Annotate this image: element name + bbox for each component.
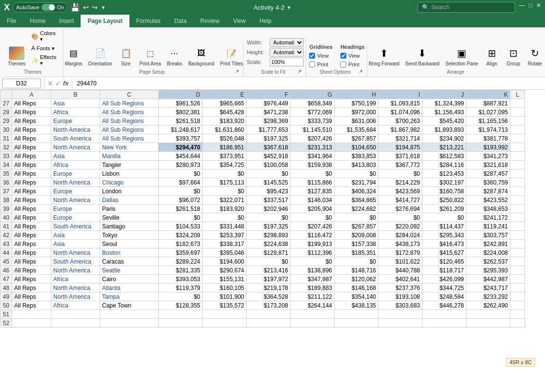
cell-29-E[interactable]: $183,920 <box>203 117 247 125</box>
cell-30-J[interactable]: $1,893,893 <box>422 125 466 134</box>
cell-36-F[interactable]: $145,525 <box>247 178 291 187</box>
gridlines-view-checkbox[interactable] <box>309 53 315 59</box>
cell-46-K[interactable]: $295,393 <box>466 266 510 275</box>
margins-button[interactable]: ▤ Margins <box>63 44 84 67</box>
cell-41-L[interactable] <box>510 222 525 231</box>
col-header-K[interactable]: K <box>466 90 510 99</box>
cell-43-H[interactable]: $157,338 <box>335 240 378 248</box>
cell-42-H[interactable]: $209,008 <box>335 231 378 240</box>
row-header-35[interactable]: 35 <box>0 169 12 178</box>
cell-44-L[interactable] <box>510 248 525 257</box>
cell-28-H[interactable]: $972,000 <box>335 108 378 117</box>
cell-31-D[interactable]: $393,757 <box>159 134 203 143</box>
cell-36-K[interactable]: $360,759 <box>466 178 510 187</box>
cell-36-I[interactable]: $214,229 <box>378 178 422 187</box>
table-row[interactable]: 34All RepsAfricaTangier$280,973$354,725$… <box>0 161 525 169</box>
cell-43-A[interactable]: All Reps <box>12 240 51 248</box>
cell-32-A[interactable]: All Reps <box>12 143 51 152</box>
cell-36-G[interactable]: $115,866 <box>291 178 335 187</box>
spreadsheet-container[interactable]: A B C D E F G H I J K L 27All RepsAsiaAl… <box>0 90 545 392</box>
cell-50-B[interactable]: Africa <box>51 301 100 310</box>
cell-46-J[interactable]: $118,717 <box>422 266 466 275</box>
quick-access-dropdown[interactable]: ▼ <box>101 5 105 10</box>
search-box[interactable]: 🔍 Search <box>418 2 515 13</box>
cell-33-D[interactable]: $454,644 <box>159 152 203 161</box>
cell-47-D[interactable]: $393,053 <box>159 275 203 284</box>
cell-41-H[interactable]: $267,857 <box>335 222 378 231</box>
cell-47-F[interactable]: $197,972 <box>247 275 291 284</box>
cell-51-L[interactable] <box>510 310 525 319</box>
cell-40-A[interactable]: All Reps <box>12 213 51 222</box>
cell-28-E[interactable]: $645,428 <box>203 108 247 117</box>
cell-35-K[interactable]: $287,457 <box>466 169 510 178</box>
orientation-button[interactable]: 📄 Orien­tation <box>86 44 114 67</box>
cell-46-B[interactable]: North America <box>51 266 100 275</box>
cell-49-D[interactable]: $0 <box>159 292 203 301</box>
table-row[interactable]: 42All RepsAsiaTokyo$324,209$253,397$298,… <box>0 231 525 240</box>
cell-44-G[interactable]: $112,396 <box>291 248 335 257</box>
cell-41-C[interactable]: Santiago <box>100 222 159 231</box>
cell-50-D[interactable]: $128,355 <box>159 301 203 310</box>
cell-49-E[interactable]: $101,900 <box>203 292 247 301</box>
cell-36-B[interactable]: North America <box>51 178 100 187</box>
table-row[interactable]: 46All RepsNorth AmericaSeattle$281,335$2… <box>0 266 525 275</box>
rotate-button[interactable]: ↻ Rotate <box>525 44 545 67</box>
cell-42-D[interactable]: $324,209 <box>159 231 203 240</box>
row-header-39[interactable]: 39 <box>0 205 12 213</box>
cell-29-H[interactable]: $631,006 <box>335 117 378 125</box>
cell-34-B[interactable]: Africa <box>51 161 100 169</box>
print-area-button[interactable]: ⬚ Print Area <box>138 44 163 67</box>
cell-30-E[interactable]: $1,631,860 <box>203 125 247 134</box>
table-row[interactable]: 28All RepsAfricaAll Sub Regions$802,381$… <box>0 108 525 117</box>
cell-29-B[interactable]: Europe <box>51 117 100 125</box>
cell-39-J[interactable]: $261,209 <box>422 205 466 213</box>
row-header-41[interactable]: 41 <box>0 222 12 231</box>
cell-48-F[interactable]: $219,178 <box>247 284 291 292</box>
cell-38-D[interactable]: $96,072 <box>159 196 203 205</box>
cell-45-K[interactable]: $262,537 <box>466 257 510 266</box>
breaks-button[interactable]: ⋯ Breaks <box>165 44 184 67</box>
table-row[interactable]: 36All RepsNorth AmericaChicago$97,664$17… <box>0 178 525 187</box>
cell-48-L[interactable] <box>510 284 525 292</box>
cell-45-B[interactable]: South America <box>51 257 100 266</box>
cell-34-C[interactable]: Tangier <box>100 161 159 169</box>
cell-28-B[interactable]: Africa <box>51 108 100 117</box>
cell-35-A[interactable]: All Reps <box>12 169 51 178</box>
cell-37-I[interactable]: $423,569 <box>378 187 422 196</box>
cell-50-J[interactable]: $446,278 <box>422 301 466 310</box>
row-header-38[interactable]: 38 <box>0 196 12 205</box>
row-header-45[interactable]: 45 <box>0 257 12 266</box>
cell-32-D[interactable]: $294,470 <box>159 143 203 152</box>
cell-51-B[interactable] <box>51 310 100 319</box>
cell-40-F[interactable]: $0 <box>247 213 291 222</box>
table-row[interactable]: 48All RepsNorth AmericaAtlanta$119,379$1… <box>0 284 525 292</box>
cell-31-H[interactable]: $267,857 <box>335 134 378 143</box>
cell-31-F[interactable]: $197,325 <box>247 134 291 143</box>
cell-40-B[interactable]: Europe <box>51 213 100 222</box>
cell-51-C[interactable] <box>100 310 159 319</box>
cell-48-B[interactable]: North America <box>51 284 100 292</box>
cell-52-C[interactable] <box>100 319 159 328</box>
cell-46-G[interactable]: $138,896 <box>291 266 335 275</box>
cell-34-L[interactable] <box>510 161 525 169</box>
cell-37-F[interactable]: $95,423 <box>247 187 291 196</box>
cell-41-G[interactable]: $207,426 <box>291 222 335 231</box>
cell-45-G[interactable]: $0 <box>291 257 335 266</box>
col-header-I[interactable]: I <box>378 90 422 99</box>
cell-38-B[interactable]: North America <box>51 196 100 205</box>
cell-28-J[interactable]: $1,156,493 <box>422 108 466 117</box>
cell-28-I[interactable]: $1,074,096 <box>378 108 422 117</box>
cell-42-J[interactable]: $295,343 <box>422 231 466 240</box>
cell-32-F[interactable]: $367,618 <box>247 143 291 152</box>
save-icon[interactable]: 💾 <box>70 3 80 12</box>
cell-28-D[interactable]: $802,381 <box>159 108 203 117</box>
cell-30-G[interactable]: $1,145,510 <box>291 125 335 134</box>
cell-46-A[interactable]: All Reps <box>12 266 51 275</box>
cell-45-H[interactable]: $0 <box>335 257 378 266</box>
cell-46-C[interactable]: Seattle <box>100 266 159 275</box>
formula-input[interactable] <box>75 80 543 87</box>
cell-37-H[interactable]: $406,324 <box>335 187 378 196</box>
group-button[interactable]: ⊡ Group <box>503 44 523 67</box>
cell-36-E[interactable]: $175,113 <box>203 178 247 187</box>
cell-48-D[interactable]: $119,379 <box>159 284 203 292</box>
